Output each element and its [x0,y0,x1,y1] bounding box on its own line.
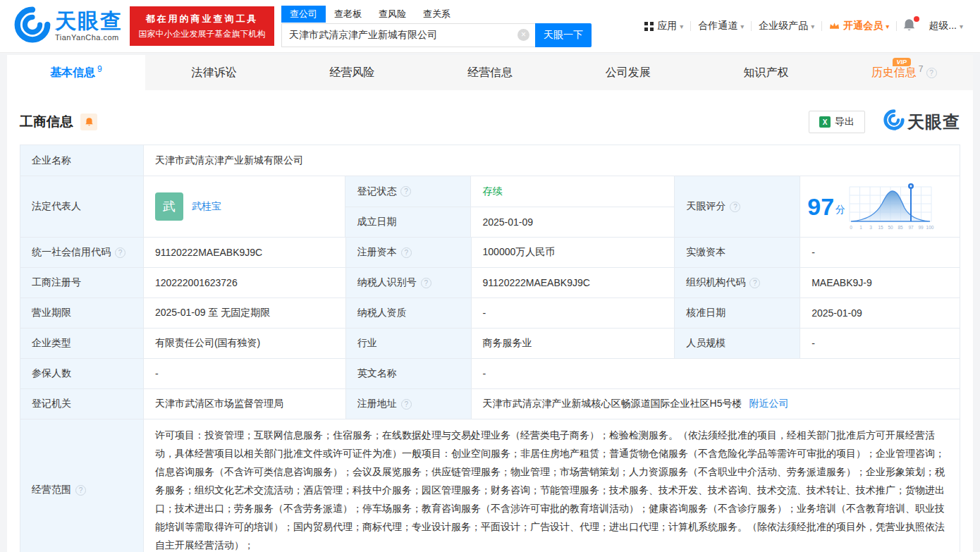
svg-text:97: 97 [908,225,914,230]
search-tab-company[interactable]: 查公司 [281,6,326,23]
establish-date-value: 2025-01-09 [471,207,675,238]
search-area: 查公司 查老板 查风险 查关系 × 天眼一下 [281,6,592,47]
svg-text:3: 3 [869,225,872,230]
help-icon[interactable]: ? [749,278,760,288]
business-scope-label: 经营范围 ? [20,419,144,552]
tab-intellectual-property[interactable]: 知识产权 [697,55,835,90]
tianyancha-swirl-icon [14,6,51,46]
tab-lawsuits[interactable]: 法律诉讼 [145,55,283,90]
chevron-down-icon: ▾ [960,23,963,30]
score-label-text: 天眼评分 [686,200,725,213]
help-icon[interactable]: ? [421,278,431,288]
brand-domain: TianYanCha.com [55,33,123,42]
company-type-value: 有限责任公司(国有独资) [144,329,346,359]
taxpayer-id-label: 纳税人识别号 ? [346,268,472,298]
industry-label: 行业 [346,329,472,359]
table-row: 营业期限 2025-01-09 至 无固定期限 纳税人资质 - 核准日期 202… [20,298,960,329]
score-label: 天眼评分 ? [675,176,800,238]
reg-address-label: 注册地址 ? [346,389,472,419]
brand-name: 天眼查 [55,11,123,32]
svg-text:50: 50 [888,225,893,230]
reg-status-value: 存续 [471,176,675,207]
notifications-bell-icon[interactable] [897,18,921,34]
search-tab-relation[interactable]: 查关系 [415,6,459,23]
tab-lawsuit-label: 法律诉讼 [192,66,237,80]
help-icon[interactable]: ? [75,485,86,496]
legal-rep-link[interactable]: 武桂宝 [192,200,221,213]
taxpayer-quality-label: 纳税人资质 [346,298,472,329]
section-header: 工商信息 X 导出 天眼查 [7,90,973,145]
nav-partner-channel[interactable]: 合作通道 ▾ [691,20,751,32]
clear-search-icon[interactable]: × [517,29,529,41]
help-icon[interactable]: ? [401,247,412,258]
search-tab-boss[interactable]: 查老板 [326,6,370,23]
score-curve-chart: 0 1 3 15 50 85 97 99 100 [848,181,934,232]
help-icon[interactable]: ? [400,186,411,197]
help-icon[interactable]: ? [115,247,125,258]
legal-rep-label: 法定代表人 [20,176,144,238]
help-icon[interactable]: ? [730,202,740,212]
svg-text:15: 15 [878,225,883,230]
nav-apps[interactable]: 应用 ▾ [637,20,690,32]
taxpayer-id-value: 91120222MAEABK9J9C [472,268,675,298]
table-row: 参保人数 - 英文名称 - [20,359,960,389]
search-input[interactable] [281,23,535,47]
username: 超级... [929,20,957,32]
nav-user-menu[interactable]: 超级... ▾ [921,20,970,32]
nav-vip-label: 开通会员 [843,20,883,32]
table-row: 统一社会信用代码 ? 91120222MAEABK9J9C 注册资本 ? 100… [20,238,960,268]
nearby-companies-link[interactable]: 附近公司 [749,398,788,410]
tab-operating-risk[interactable]: 经营风险 [283,55,421,90]
english-name-label: 英文名称 [346,359,472,389]
top-nav: 应用 ▾ 合作通道 ▾ 企业级产品 ▾ 开通会员 ▾ 超级... ▾ [637,18,970,34]
search-button[interactable]: 天眼一下 [535,23,592,47]
org-code-value: MAEABK9J-9 [800,268,960,298]
org-code-label-text: 组织机构代码 [686,276,745,289]
reg-address-text: 天津市武清京津产业新城核心区畅源道国际企业社区H5号楼 [483,398,742,410]
reg-status-label-text: 登记状态 [357,185,396,198]
svg-text:99: 99 [918,225,924,230]
score-unit: 分 [835,204,845,216]
section-title: 工商信息 [20,113,73,131]
avatar[interactable]: 武 [155,192,183,221]
svg-text:0: 0 [850,225,852,230]
insured-count-label: 参保人数 [20,359,144,389]
insured-count-value: - [144,359,346,389]
export-button[interactable]: X 导出 [809,111,865,133]
reg-capital-value: 100000万人民币 [472,238,675,268]
nav-partner-label: 合作通道 [698,20,737,32]
business-term-label: 营业期限 [20,298,144,329]
taxpayer-quality-value: - [472,298,675,329]
help-icon[interactable]: ? [926,68,937,78]
apps-grid-icon [644,22,654,31]
table-row: 企业类型 有限责任公司(国有独资) 行业 商务服务业 人员规模 - [20,329,960,359]
monitor-bell-icon[interactable] [80,114,97,130]
table-row: 经营范围 ? 许可项目：投资管理；互联网信息服务；住宿服务；在线数据处理与交易处… [20,419,960,552]
score-number: 97 [807,195,834,219]
watermark-logo: 天眼查 [881,109,960,135]
approval-date-label: 核准日期 [675,298,800,329]
tab-history-info[interactable]: VIP 历史信息 7 ? [835,55,973,90]
search-tab-risk[interactable]: 查风险 [370,6,415,23]
reg-capital-label-text: 注册资本 [357,246,397,259]
detail-tabbar: 基本信息 9 法律诉讼 经营风险 经营信息 公司发展 知识产权 VIP 历史信息… [7,55,973,90]
nav-enterprise-label: 企业级产品 [759,20,808,32]
tab-basic-info[interactable]: 基本信息 9 [7,55,145,90]
excel-icon: X [819,116,831,128]
tianyancha-logo[interactable]: 天眼查 TianYanCha.com [14,6,123,46]
help-icon[interactable]: ? [401,399,412,410]
company-name-value: 天津市武清京津产业新城有限公司 [144,145,960,176]
promo-line1: 都在用的商业查询工具 [146,13,259,25]
nav-enterprise-products[interactable]: 企业级产品 ▾ [752,20,821,32]
tab-company-development[interactable]: 公司发展 [559,55,697,90]
business-info-table: 企业名称 天津市武清京津产业新城有限公司 法定代表人 武 武桂宝 登记状态 ? … [20,145,960,552]
promo-line2: 国家中小企业发展子基金旗下机构 [139,28,266,40]
english-name-value: - [472,359,960,389]
score-value[interactable]: 97 分 [800,176,960,238]
crown-icon [829,22,840,30]
industry-value: 商务服务业 [472,329,675,359]
tab-operating-info[interactable]: 经营信息 [421,55,559,90]
nav-open-vip[interactable]: 开通会员 ▾ [822,20,896,32]
business-scope-label-text: 经营范围 [32,484,71,496]
business-term-value: 2025-01-09 至 无固定期限 [144,298,346,329]
